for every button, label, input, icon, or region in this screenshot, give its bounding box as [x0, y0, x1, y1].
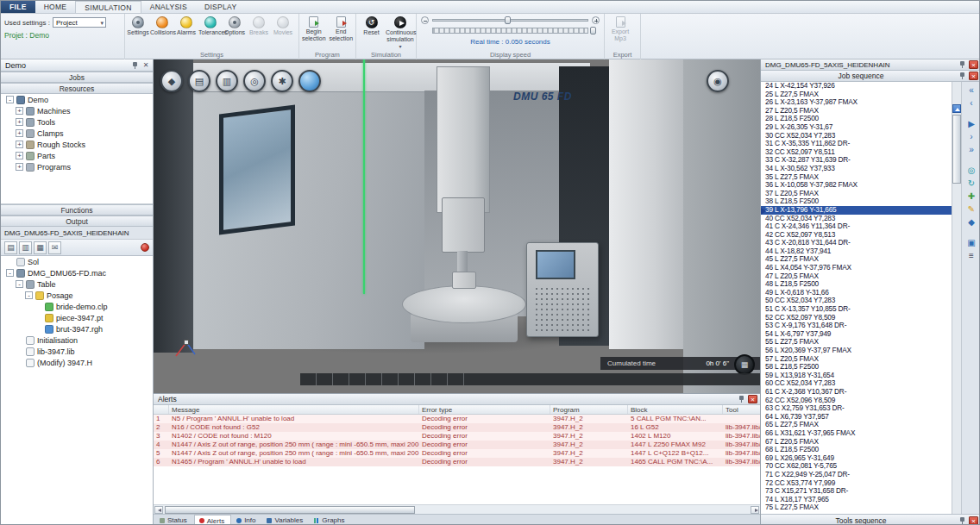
gcode-line[interactable]: 47 L Z20,5 FMAX: [761, 272, 952, 281]
column-num[interactable]: [154, 405, 169, 414]
gcode-line[interactable]: 60 CC X52,034 Y7,283: [761, 379, 952, 388]
tab-info[interactable]: Info: [232, 515, 261, 525]
gcode-line[interactable]: 24 L X-42,154 Y37,926: [761, 82, 952, 91]
tab-simulation[interactable]: SIMULATION: [75, 1, 141, 13]
pin-icon[interactable]: [958, 516, 966, 525]
zoom-button[interactable]: ◎: [243, 70, 266, 92]
gcode-line[interactable]: 59 L X13,918 Y-31,654: [761, 372, 952, 380]
output-item-piece[interactable]: piece-3947.pt: [1, 312, 153, 323]
gcode-line[interactable]: 30 CC X52,034 Y7,283: [761, 132, 952, 141]
gcode-scrollbar[interactable]: [952, 82, 962, 514]
tab-file[interactable]: FILE: [1, 1, 35, 13]
gcode-line[interactable]: 33 C X-32,287 Y31,639 DR-: [761, 156, 952, 165]
output-item-brut[interactable]: brut-3947.rgh: [1, 323, 153, 334]
precision-slider-handle[interactable]: [590, 27, 596, 34]
alert-row[interactable]: 4 N1447 / Axis Z out of range, position …: [154, 441, 760, 449]
gcode-line[interactable]: 74 L X18,17 Y37,965: [761, 496, 952, 504]
output-grid-button[interactable]: ▦: [34, 241, 47, 254]
tab-home[interactable]: HOME: [35, 1, 76, 13]
gcode-line[interactable]: 29 L X-26,305 Y-31,67: [761, 123, 952, 132]
display-list-button[interactable]: ▥: [216, 70, 238, 92]
output-item-posage[interactable]: - Posage: [1, 290, 153, 301]
add-icon[interactable]: ✚: [964, 191, 979, 202]
close-icon[interactable]: [969, 72, 978, 80]
expander-icon[interactable]: +: [16, 163, 23, 171]
tab-alerts[interactable]: Alerts: [194, 515, 231, 525]
tree-item-rough-stocks[interactable]: + Rough Stocks: [1, 139, 153, 150]
gcode-line[interactable]: 71 C X22,949 Y-25,047 DR-: [761, 471, 952, 479]
step-back-icon[interactable]: ‹: [964, 97, 979, 109]
tree-item-tools[interactable]: + Tools: [1, 116, 153, 128]
render-options-button[interactable]: ✱: [271, 70, 293, 92]
gcode-line[interactable]: 48 L Z18,5 F2500: [761, 280, 952, 289]
gcode-line[interactable]: 44 L X-18,82 Y37,941: [761, 247, 952, 256]
gcode-line[interactable]: 25 L Z27,5 FMAX: [761, 91, 952, 99]
gcode-line[interactable]: 36 L X-10,058 Y-37,982 FMAX: [761, 181, 952, 190]
scroll-right-icon[interactable]: [751, 506, 759, 514]
expander-icon[interactable]: -: [25, 291, 33, 299]
scrollbar-thumb[interactable]: [165, 506, 415, 514]
gcode-line[interactable]: 35 L Z27,5 FMAX: [761, 173, 952, 182]
alert-row[interactable]: 6 N1465 / Program ' ANNUL.H' unable to l…: [154, 458, 760, 466]
gcode-line[interactable]: 73 C X15,271 Y31,658 DR-: [761, 487, 952, 496]
gcode-line[interactable]: 55 L Z27,5 FMAX: [761, 338, 952, 347]
expander-icon[interactable]: -: [16, 280, 23, 288]
3d-viewport[interactable]: DMU 65 FD ◆▤▥◎✱ ◉ Cumulated time 0h 0' 6…: [154, 59, 760, 393]
close-icon[interactable]: [141, 61, 150, 70]
gcode-line[interactable]: 58 L Z18,5 F2500: [761, 363, 952, 372]
gcode-line[interactable]: 27 L Z20,5 FMAX: [761, 107, 952, 116]
output-item-bride[interactable]: bride-demo.clp: [1, 301, 153, 312]
scrollbar-thumb[interactable]: [952, 115, 961, 184]
step-forward-icon[interactable]: ›: [964, 131, 979, 142]
refresh-icon[interactable]: ↻: [964, 178, 979, 189]
gcode-line[interactable]: 67 L Z20,5 FMAX: [761, 438, 952, 447]
gcode-line[interactable]: 46 L X4,054 Y-37,976 FMAX: [761, 264, 952, 272]
gcode-line[interactable]: 49 L X-0,618 Y-31,66: [761, 289, 952, 297]
record-indicator-icon[interactable]: [141, 243, 149, 252]
go-first-icon[interactable]: «: [964, 84, 979, 96]
alert-row[interactable]: 3 N1402 / CODE not found : M120 Decoding…: [154, 432, 760, 441]
gcode-line[interactable]: 50 CC X52,034 Y7,283: [761, 297, 952, 305]
jobs-section-header[interactable]: Jobs: [1, 72, 153, 83]
tolerances-button[interactable]: Tolerances: [198, 16, 223, 36]
output-item-sol[interactable]: Sol: [1, 256, 153, 267]
gcode-line[interactable]: 38 L Z18,5 F2500: [761, 197, 952, 206]
expander-icon[interactable]: +: [16, 107, 23, 115]
gcode-line[interactable]: 37 L Z20,5 FMAX: [761, 190, 952, 198]
tab-analysis[interactable]: ANALYSIS: [141, 1, 196, 13]
annotations-button[interactable]: ▤: [188, 70, 210, 92]
gcode-line[interactable]: 26 L X-23,163 Y-37,987 FMAX: [761, 98, 952, 107]
speed-increase-button[interactable]: [592, 16, 600, 24]
go-last-icon[interactable]: »: [964, 144, 979, 155]
tools-sequence-header[interactable]: Tools sequence: [761, 514, 980, 525]
collisions-button[interactable]: Collisions: [150, 16, 174, 36]
gcode-line[interactable]: 66 L X31,621 Y-37,965 FMAX: [761, 429, 952, 438]
tab-graphs[interactable]: Graphs: [310, 515, 350, 525]
alert-row[interactable]: 5 N1447 / Axis Z out of range, position …: [154, 449, 760, 458]
tree-item-machines[interactable]: + Machines: [1, 105, 153, 116]
tab-status[interactable]: Status: [155, 515, 193, 525]
expander-icon[interactable]: +: [16, 118, 23, 126]
functions-section-header[interactable]: Functions: [1, 204, 153, 216]
gcode-line[interactable]: 43 C X-20,818 Y31,644 DR-: [761, 239, 952, 247]
gcode-line[interactable]: 34 L X-30,562 Y37,933: [761, 165, 952, 173]
gcode-line[interactable]: 56 L X20,369 Y-37,97 FMAX: [761, 347, 952, 355]
resources-section-header[interactable]: Resources: [1, 83, 153, 94]
expander-icon[interactable]: +: [16, 129, 23, 137]
breaks-button[interactable]: Breaks: [247, 16, 271, 36]
gcode-line[interactable]: 53 C X-9,176 Y31,648 DR-: [761, 322, 952, 330]
expander-icon[interactable]: -: [6, 96, 14, 103]
gcode-line[interactable]: 32 CC X52,097 Y8,511: [761, 148, 952, 157]
pin-icon[interactable]: [131, 61, 139, 70]
output-doc-button[interactable]: ▤: [4, 241, 17, 254]
search-icon[interactable]: ◎: [964, 165, 979, 176]
gcode-line[interactable]: 75 L Z27,5 FMAX: [761, 503, 952, 512]
pin-icon[interactable]: [958, 60, 966, 69]
options-button[interactable]: Options: [223, 16, 247, 36]
output-item-lib[interactable]: lib-3947.lib: [1, 346, 153, 357]
gcode-line[interactable]: 51 C X-13,357 Y10,855 DR-: [761, 305, 952, 314]
expander-icon[interactable]: +: [16, 141, 23, 148]
gcode-line[interactable]: 64 L X6,739 Y37,957: [761, 413, 952, 422]
tree-item-parts[interactable]: + Parts: [1, 150, 153, 161]
scroll-left-icon[interactable]: [154, 506, 163, 514]
